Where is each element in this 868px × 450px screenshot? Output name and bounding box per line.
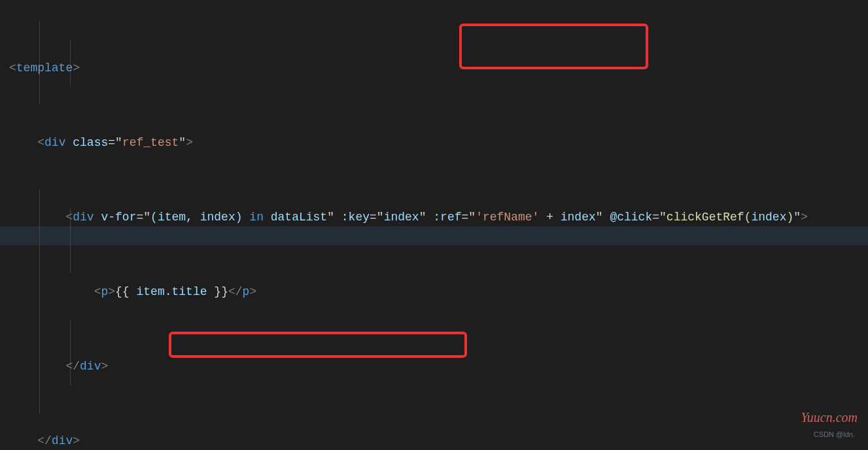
code-line[interactable]: <template>	[9, 59, 808, 78]
code-editor[interactable]: <template> <div class="ref_test"> <div v…	[9, 3, 808, 450]
code-line[interactable]: <div class="ref_test">	[9, 133, 808, 152]
code-line[interactable]: <div v-for="(item, index) in dataList" :…	[9, 208, 808, 227]
code-line[interactable]: </div>	[9, 357, 808, 376]
indent-guide	[70, 320, 71, 386]
code-line[interactable]: </div>	[9, 432, 808, 451]
code-line[interactable]: <p>{{ item.title }}</p>	[9, 283, 808, 302]
watermark-csdn: CSDN @ldn.	[814, 425, 855, 444]
watermark-site: Yuucn.com	[801, 408, 858, 427]
